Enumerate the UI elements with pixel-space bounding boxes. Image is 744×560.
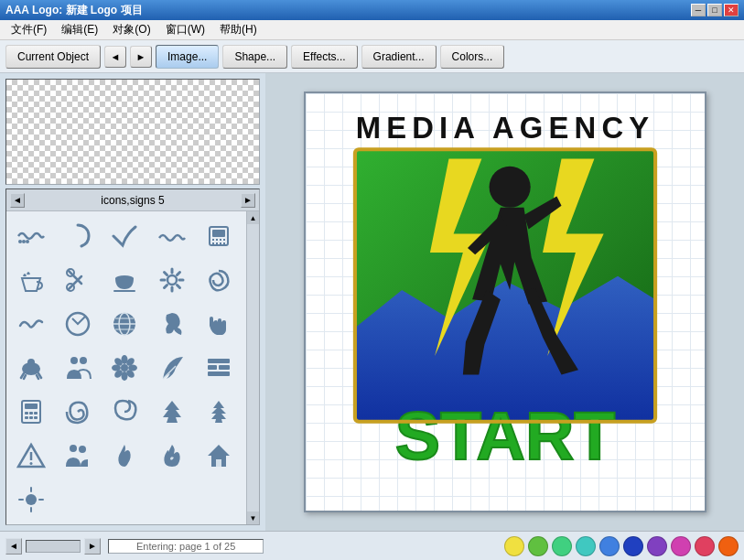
svg-point-68 <box>79 446 86 453</box>
svg-line-24 <box>177 273 179 275</box>
shape-button[interactable]: Shape... <box>222 45 287 69</box>
icon-brick-wall[interactable] <box>198 347 240 389</box>
icon-globe[interactable] <box>103 303 146 345</box>
main-area: ◄ icons,signs 5 ► <box>0 73 744 531</box>
svg-point-66 <box>30 462 33 465</box>
image-button[interactable]: Image... <box>156 45 219 69</box>
icon-calculator[interactable] <box>10 391 52 433</box>
icon-hand-print[interactable] <box>198 303 240 345</box>
svg-line-23 <box>177 285 179 288</box>
menu-item-3[interactable]: 窗口(W) <box>158 20 212 39</box>
color-swatch-cyan[interactable] <box>576 536 596 556</box>
svg-point-38 <box>70 357 78 364</box>
svg-line-22 <box>164 273 167 275</box>
checkerboard-pattern <box>6 80 259 184</box>
color-swatch-green[interactable] <box>528 536 548 556</box>
svg-line-37 <box>37 375 38 379</box>
svg-point-1 <box>22 240 26 243</box>
color-swatch-yellow[interactable] <box>504 536 524 556</box>
icon-scissors[interactable] <box>57 259 99 301</box>
scroll-down-button[interactable]: ▼ <box>247 512 260 524</box>
icons-header: ◄ icons,signs 5 ► <box>6 189 259 211</box>
icon-turtle[interactable] <box>10 347 52 389</box>
color-swatch-pink-red[interactable] <box>695 536 715 556</box>
gradient-button[interactable]: Gradient... <box>361 45 437 69</box>
icon-telephone[interactable] <box>198 215 240 257</box>
effects-button[interactable]: Effects... <box>291 45 357 69</box>
icon-tree[interactable] <box>151 391 193 433</box>
menu-item-1[interactable]: 编辑(E) <box>54 20 105 39</box>
svg-rect-50 <box>208 359 230 363</box>
icon-spiral1[interactable] <box>57 391 99 433</box>
menu-item-2[interactable]: 对象(O) <box>105 20 157 39</box>
icon-people[interactable] <box>57 347 99 389</box>
status-nav: ◄ ► <box>5 538 101 555</box>
page-text: Entering: page 1 of 25 <box>136 541 235 552</box>
svg-text:MEDIA AGENCY: MEDIA AGENCY <box>355 111 654 145</box>
color-swatch-blue[interactable] <box>599 536 620 556</box>
svg-rect-56 <box>25 412 28 415</box>
icons-panel: ◄ icons,signs 5 ► <box>5 188 260 525</box>
icons-prev-button[interactable]: ◄ <box>10 193 25 208</box>
color-swatch-orange[interactable] <box>718 536 739 556</box>
icon-wave-curl[interactable] <box>10 303 52 345</box>
icons-grid <box>6 211 246 524</box>
maximize-button[interactable]: □ <box>707 4 722 16</box>
icon-flower[interactable] <box>103 347 146 389</box>
icon-zigzag[interactable] <box>151 215 193 257</box>
icon-flame[interactable] <box>103 435 146 477</box>
icon-spiral-tri[interactable] <box>198 259 240 301</box>
left-panel: ◄ icons,signs 5 ► <box>0 73 265 531</box>
preview-box <box>5 79 260 185</box>
icon-circle-x[interactable] <box>57 303 99 345</box>
svg-point-33 <box>27 359 35 366</box>
icon-sun[interactable] <box>10 479 52 521</box>
icon-flame2[interactable] <box>151 435 193 477</box>
next-object-button[interactable]: ► <box>130 46 152 68</box>
color-swatch-teal-green[interactable] <box>552 536 572 556</box>
icon-bowl[interactable] <box>103 259 146 301</box>
colors-button[interactable]: Colors... <box>440 45 505 69</box>
icon-steam-cup[interactable] <box>10 259 52 301</box>
svg-point-0 <box>18 240 22 243</box>
status-scrollbar[interactable] <box>26 540 81 553</box>
color-swatch-dark-blue[interactable] <box>623 536 643 556</box>
menu-item-0[interactable]: 文件(F) <box>4 20 54 39</box>
svg-point-2 <box>26 240 29 243</box>
icons-next-button[interactable]: ► <box>241 193 255 208</box>
prev-object-button[interactable]: ◄ <box>104 46 126 68</box>
svg-rect-60 <box>29 416 33 419</box>
svg-rect-55 <box>25 404 38 409</box>
toolbar: Current Object ◄ ► Image... Shape... Eff… <box>0 40 744 73</box>
icon-dragon[interactable] <box>151 303 193 345</box>
icon-waves[interactable] <box>10 215 52 257</box>
status-prev-button[interactable]: ◄ <box>5 538 22 555</box>
color-swatch-purple[interactable] <box>647 536 667 556</box>
scroll-up-button[interactable]: ▲ <box>247 211 260 224</box>
icon-spiral2[interactable] <box>103 391 146 433</box>
svg-rect-52 <box>219 365 230 370</box>
svg-rect-70 <box>216 459 221 467</box>
color-swatch-magenta[interactable] <box>671 536 691 556</box>
current-object-button[interactable]: Current Object <box>5 45 101 69</box>
icon-check[interactable] <box>103 215 146 257</box>
window-controls: ─ □ ✕ <box>691 4 739 16</box>
canvas-area: MEDIA AGENCY <box>265 73 744 531</box>
icon-tree2[interactable] <box>198 391 240 433</box>
icon-warning-triangle[interactable] <box>10 435 52 477</box>
minimize-button[interactable]: ─ <box>691 4 706 16</box>
svg-marker-62 <box>163 401 181 423</box>
menu-item-4[interactable]: 帮助(H) <box>212 20 264 39</box>
icon-circle-open[interactable] <box>57 215 99 257</box>
status-bar: ◄ ► Entering: page 1 of 25 <box>0 531 744 560</box>
icon-house[interactable] <box>198 435 240 477</box>
svg-point-39 <box>80 357 87 364</box>
icon-feather[interactable] <box>151 347 193 389</box>
svg-point-40 <box>121 364 128 372</box>
icon-people2[interactable] <box>57 435 99 477</box>
svg-point-81 <box>489 167 530 208</box>
status-next-button[interactable]: ► <box>84 538 101 555</box>
close-button[interactable]: ✕ <box>724 4 739 16</box>
icon-gear-4[interactable] <box>151 259 193 301</box>
svg-rect-59 <box>25 416 28 419</box>
